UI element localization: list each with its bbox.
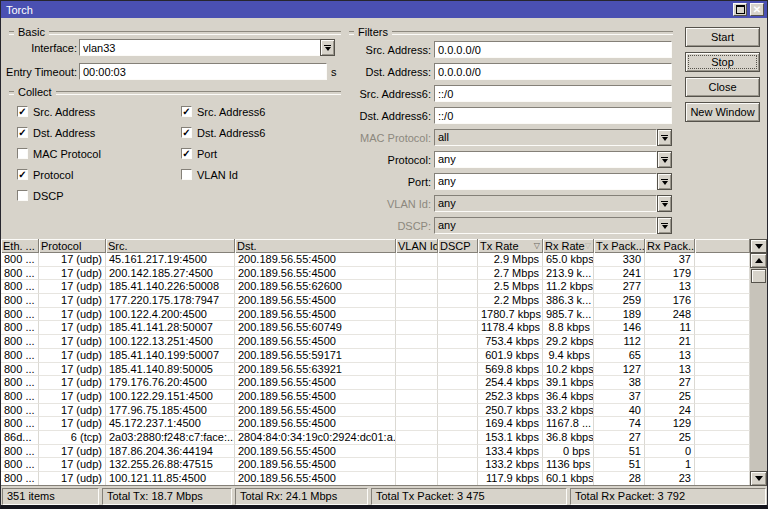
arrow-down-icon: [755, 476, 763, 481]
table-cell: [438, 417, 478, 431]
column-header-dscp[interactable]: DSCP: [438, 239, 478, 253]
table-cell: 24: [645, 404, 695, 418]
src-address-input[interactable]: [434, 41, 672, 58]
table-cell: 36.8 kbps: [543, 431, 594, 445]
table-cell: 259: [594, 294, 645, 308]
table-row[interactable]: 800 ...17 (udp)100.122.4.200:4500200.189…: [1, 308, 750, 322]
table-cell: [396, 404, 438, 418]
close-button[interactable]: Close: [685, 77, 760, 97]
table-row[interactable]: 800 ...17 (udp)100.122.13.251:4500200.18…: [1, 335, 750, 349]
table-cell: 254.4 kbps: [478, 376, 543, 390]
table-row[interactable]: 800 ...17 (udp)185.41.140.226:50008200.1…: [1, 280, 750, 294]
column-header-eth[interactable]: Eth. ...: [1, 239, 39, 253]
column-header-label: Protocol: [41, 240, 81, 252]
column-header-blank[interactable]: [695, 239, 750, 253]
column-header-tx-rate[interactable]: Tx Rate▽: [478, 239, 543, 253]
table-cell: [695, 417, 750, 431]
table-row[interactable]: 800 ...17 (udp)45.161.217.19:4500200.189…: [1, 253, 750, 267]
table-cell: [396, 349, 438, 363]
table-cell: 187.86.204.36:44194: [106, 445, 235, 459]
collect-checkbox-vlan-id[interactable]: VLAN Id: [181, 168, 238, 181]
close-button[interactable]: ✕: [750, 3, 764, 16]
column-header-label: Rx Pack...: [647, 240, 695, 252]
table-cell: 25: [645, 390, 695, 404]
table-cell: 8.8 kbps: [543, 321, 594, 335]
column-header-rx-pack[interactable]: Rx Pack...: [645, 239, 695, 253]
group-line: [56, 91, 341, 95]
table-cell: 200.189.56.55:4500: [235, 253, 396, 267]
dropdown-icon: [662, 137, 668, 141]
table-row[interactable]: 800 ...17 (udp)179.176.76.20:4500200.189…: [1, 376, 750, 390]
table-cell: 179: [645, 267, 695, 281]
table-row[interactable]: 800 ...17 (udp)45.172.237.1:4500200.189.…: [1, 417, 750, 431]
table-cell: [438, 294, 478, 308]
collect-checkbox-dst-address[interactable]: ✓Dst. Address: [17, 126, 95, 139]
table-cell: [438, 349, 478, 363]
interface-dropdown-button[interactable]: [320, 39, 335, 56]
column-header-vlan-id[interactable]: VLAN Id: [396, 239, 438, 253]
collect-checkbox-port[interactable]: ✓Port: [181, 147, 217, 160]
table-row[interactable]: 800 ...17 (udp)185.41.141.28:50007200.18…: [1, 321, 750, 335]
table-cell: 185.41.141.28:50007: [106, 321, 235, 335]
checkbox-icon: ✓: [17, 169, 28, 180]
table-row[interactable]: 800 ...17 (udp)187.86.204.36:44194200.18…: [1, 445, 750, 459]
table-row[interactable]: 800 ...17 (udp)185.41.140.89:50005200.18…: [1, 363, 750, 377]
table-row[interactable]: 800 ...17 (udp)177.96.75.185:4500200.189…: [1, 404, 750, 418]
table-row[interactable]: 800 ...17 (udp)185.41.140.199:50007200.1…: [1, 349, 750, 363]
table-cell: [695, 280, 750, 294]
table-row[interactable]: 800 ...17 (udp)100.122.29.151:4500200.18…: [1, 390, 750, 404]
scrollbar-thumb[interactable]: [751, 269, 766, 283]
collect-checkbox-src-address[interactable]: ✓Src. Address: [17, 105, 95, 118]
column-header-dst[interactable]: Dst.: [235, 239, 396, 253]
src-address6-input[interactable]: [434, 85, 672, 102]
table-row[interactable]: 86d...6 (tcp)2a03:2880:f248:c7:face:...2…: [1, 431, 750, 445]
protocol-dropdown-button[interactable]: [657, 151, 672, 168]
stop-button[interactable]: Stop: [685, 52, 760, 72]
protocol-combo[interactable]: any: [434, 151, 657, 168]
vlan-id-combo: any: [434, 195, 657, 212]
column-header-tx-pack[interactable]: Tx Pack...: [594, 239, 645, 253]
dst-address6-input[interactable]: [434, 107, 672, 124]
interface-input[interactable]: [79, 39, 321, 56]
column-select-button[interactable]: [750, 239, 767, 253]
port-combo[interactable]: any: [434, 173, 657, 190]
table-cell: 252.3 kbps: [478, 390, 543, 404]
column-header-rx-rate[interactable]: Rx Rate▽: [543, 239, 594, 253]
entry-timeout-input[interactable]: [79, 63, 327, 80]
column-header-src[interactable]: Src.: [106, 239, 235, 253]
table-cell: 117.9 kbps: [478, 472, 543, 486]
table-cell: [396, 376, 438, 390]
dst-address-input[interactable]: [434, 63, 672, 80]
table-cell: 800 ...: [1, 267, 39, 281]
column-header-label: Tx Pack...: [596, 240, 645, 252]
table-row[interactable]: 800 ...17 (udp)132.255.26.88:47515200.18…: [1, 458, 750, 472]
column-header-protocol[interactable]: Protocol: [39, 239, 106, 253]
table-cell: 200.189.56.55:59171: [235, 349, 396, 363]
table-cell: 0 bps: [543, 445, 594, 459]
maximize-button[interactable]: [733, 3, 747, 16]
table-row[interactable]: 800 ...17 (udp)100.121.11.85:4500200.189…: [1, 472, 750, 486]
table-row[interactable]: 800 ...17 (udp)177.220.175.178:7947200.1…: [1, 294, 750, 308]
checkbox-label: Port: [197, 148, 217, 160]
vertical-scrollbar[interactable]: [750, 253, 767, 486]
collect-checkbox-protocol[interactable]: ✓Protocol: [17, 168, 73, 181]
collect-checkbox-src-address6[interactable]: ✓Src. Address6: [181, 105, 265, 118]
table-cell: 17 (udp): [39, 349, 106, 363]
collect-checkbox-mac-protocol[interactable]: MAC Protocol: [17, 147, 101, 160]
start-button[interactable]: Start: [685, 27, 760, 47]
scroll-up-button[interactable]: [750, 253, 767, 268]
table-cell: 2.5 Mbps: [478, 280, 543, 294]
new-window-button[interactable]: New Window: [685, 102, 760, 122]
table-cell: 569.8 kbps: [478, 363, 543, 377]
port-dropdown-button[interactable]: [657, 173, 672, 190]
title-bar[interactable]: Torch ✕: [1, 1, 767, 18]
scroll-down-button[interactable]: [750, 471, 767, 486]
table-cell: 13: [645, 280, 695, 294]
table-cell: 200.189.56.55:4500: [235, 376, 396, 390]
collect-checkbox-dst-address6[interactable]: ✓Dst. Address6: [181, 126, 265, 139]
mac-protocol-dropdown-button: [657, 129, 672, 146]
table-cell: 2.7 Mbps: [478, 267, 543, 281]
table-row[interactable]: 800 ...17 (udp)200.142.185.27:4500200.18…: [1, 267, 750, 281]
collect-checkbox-dscp[interactable]: DSCP: [17, 189, 64, 202]
table-cell: [695, 335, 750, 349]
